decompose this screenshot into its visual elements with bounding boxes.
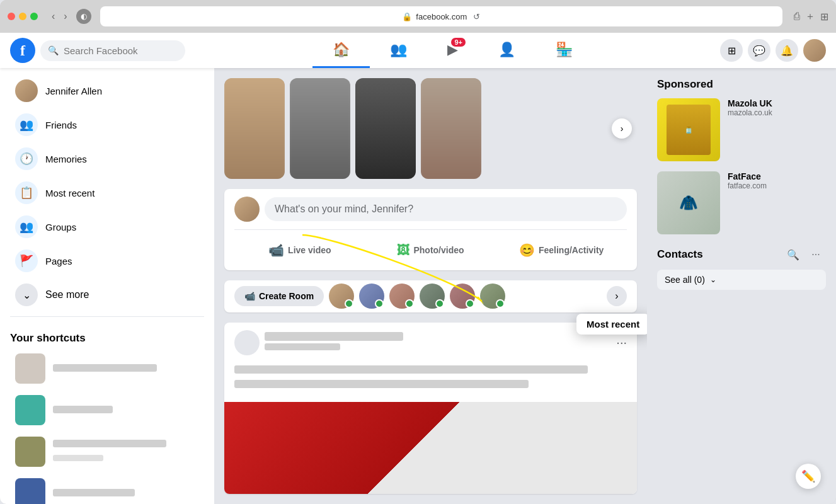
online-avatar-1[interactable] <box>329 284 354 309</box>
create-post-input[interactable]: What's on your mind, Jennifer? <box>265 197 627 221</box>
search-icon: 🔍 <box>48 45 59 55</box>
story-1[interactable] <box>224 78 285 179</box>
top-navigation: f 🔍 🏠 👥 ▶ 9+ 👤 <box>0 33 836 68</box>
nav-home[interactable]: 🏠 <box>312 33 370 68</box>
story-3[interactable] <box>355 78 416 179</box>
feeling-label: Feeling/Activity <box>539 245 604 255</box>
create-post-avatar <box>234 197 260 222</box>
user-avatar[interactable] <box>803 39 826 62</box>
left-sidebar: Jennifer Allen 👥 Friends 🕐 Memories 📋 Mo… <box>0 68 214 504</box>
live-video-button[interactable]: 📹 Live video <box>234 238 365 263</box>
nav-right: ⊞ 💬 🔔 <box>720 39 826 62</box>
most-recent-tooltip: Most recent <box>576 314 647 335</box>
sponsored-title: Sponsored <box>657 78 826 91</box>
photo-video-label: Photo/video <box>413 245 464 255</box>
online-avatar-4[interactable] <box>420 284 445 309</box>
story-bg-2 <box>290 78 350 179</box>
facebook-app: f 🔍 🏠 👥 ▶ 9+ 👤 <box>0 33 836 504</box>
window-buttons <box>8 13 38 20</box>
extensions-button[interactable]: ⊞ <box>820 10 828 23</box>
sidebar-item-groups[interactable]: 👥 Groups <box>5 210 209 243</box>
minimize-button[interactable] <box>19 13 26 20</box>
photo-video-button[interactable]: 🖼 Photo/video <box>365 238 496 263</box>
online-avatar-6[interactable] <box>480 284 505 309</box>
most-recent-icon: 📋 <box>15 181 38 204</box>
friends-label: Friends <box>45 120 77 130</box>
main-feed: › What's on your mind, Jennifer? 📹 Li <box>214 68 647 504</box>
contacts-search-button[interactable]: 🔍 <box>783 244 803 265</box>
sidebar-item-most-recent[interactable]: 📋 Most recent <box>5 176 209 209</box>
home-icon: 🏠 <box>333 42 350 58</box>
create-room-button[interactable]: 📹 Create Room <box>234 286 324 306</box>
live-video-label: Live video <box>288 245 331 255</box>
close-button[interactable] <box>8 13 15 20</box>
sidebar-item-memories[interactable]: 🕐 Memories <box>5 142 209 175</box>
friends-icon: 👥 <box>15 113 38 136</box>
sidebar-item-friends[interactable]: 👥 Friends <box>5 108 209 141</box>
see-more-button[interactable]: ⌄ See more <box>5 278 209 311</box>
shortcut-item-2[interactable] <box>5 390 209 430</box>
share-button[interactable]: ⎙ <box>794 10 800 23</box>
friends-nav-icon: 👥 <box>390 42 407 58</box>
see-all-contacts-button[interactable]: See all (0) ⌄ <box>657 270 826 290</box>
memories-icon: 🕐 <box>15 147 38 170</box>
photo-video-icon: 🖼 <box>397 243 409 258</box>
post-text-1 <box>234 365 588 374</box>
story-4[interactable] <box>421 78 481 179</box>
apps-button[interactable]: ⊞ <box>720 39 743 62</box>
search-input[interactable] <box>64 45 178 56</box>
nav-watch[interactable]: ▶ 9+ <box>427 33 478 68</box>
fatface-url: fatface.com <box>728 181 826 190</box>
shortcut-item-1[interactable] <box>5 348 209 389</box>
browser-nav: ‹ › <box>49 8 70 25</box>
story-2[interactable] <box>290 78 350 179</box>
feed-wrapper: Most recent <box>214 68 647 504</box>
fatface-ad-info: FatFace fatface.com <box>728 171 826 234</box>
sidebar-item-user[interactable]: Jennifer Allen <box>5 74 209 107</box>
story-bg-4 <box>421 78 481 179</box>
nav-marketplace[interactable]: 🏪 <box>535 33 593 68</box>
search-bar[interactable]: 🔍 <box>40 40 185 61</box>
new-tab-button[interactable]: ＋ <box>805 10 815 23</box>
live-video-icon: 📹 <box>268 243 284 258</box>
feeling-button[interactable]: 😊 Feeling/Activity <box>496 238 627 263</box>
shortcuts-header: Your shortcuts <box>0 322 214 347</box>
stories-section: › <box>224 78 637 179</box>
post-meta <box>265 332 611 353</box>
shortcut-item-3[interactable] <box>5 432 209 472</box>
post-author-name <box>265 332 403 341</box>
online-avatar-5[interactable] <box>450 284 475 309</box>
lock-icon: 🔒 <box>402 12 412 21</box>
mazola-brand: Mazola UK <box>728 98 826 108</box>
marketplace-icon: 🏪 <box>556 42 573 58</box>
shortcut-item-4[interactable] <box>5 473 209 504</box>
mazola-ad-image: 🫙 <box>657 98 720 161</box>
most-recent-label: Most recent <box>45 188 94 198</box>
write-message-button[interactable]: ✏️ <box>796 464 821 489</box>
story-bg-1 <box>224 78 285 179</box>
browser-toolbar: ‹ › ◐ 🔒 facebook.com ↺ ⎙ ＋ ⊞ <box>0 0 836 33</box>
post-more-button[interactable]: ··· <box>616 335 627 350</box>
online-avatar-2[interactable] <box>359 284 384 309</box>
notifications-button[interactable]: 🔔 <box>776 39 798 62</box>
address-bar[interactable]: 🔒 facebook.com ↺ <box>100 6 782 26</box>
online-next-button[interactable]: › <box>607 286 627 306</box>
groups-icon: 👥 <box>15 215 38 238</box>
sidebar-item-pages[interactable]: 🚩 Pages <box>5 244 209 277</box>
shortcut-label-3 <box>53 440 199 464</box>
create-post-actions: 📹 Live video 🖼 Photo/video 😊 Feeling/Act… <box>234 229 627 263</box>
nav-friends[interactable]: 👥 <box>370 33 427 68</box>
maximize-button[interactable] <box>30 13 38 20</box>
stories-next-button[interactable]: › <box>612 118 632 139</box>
theme-toggle[interactable]: ◐ <box>76 9 91 24</box>
feeling-icon: 😊 <box>519 243 535 258</box>
ad-fatface[interactable]: 🧥 FatFace fatface.com <box>657 171 826 234</box>
refresh-icon: ↺ <box>473 12 480 21</box>
back-button[interactable]: ‹ <box>49 8 57 25</box>
online-avatar-3[interactable] <box>389 284 415 309</box>
nav-groups[interactable]: 👤 <box>478 33 535 68</box>
messenger-button[interactable]: 💬 <box>748 39 770 62</box>
forward-button[interactable]: › <box>61 8 69 25</box>
contacts-more-button[interactable]: ··· <box>806 244 826 265</box>
ad-mazola[interactable]: 🫙 Mazola UK mazola.co.uk <box>657 98 826 161</box>
